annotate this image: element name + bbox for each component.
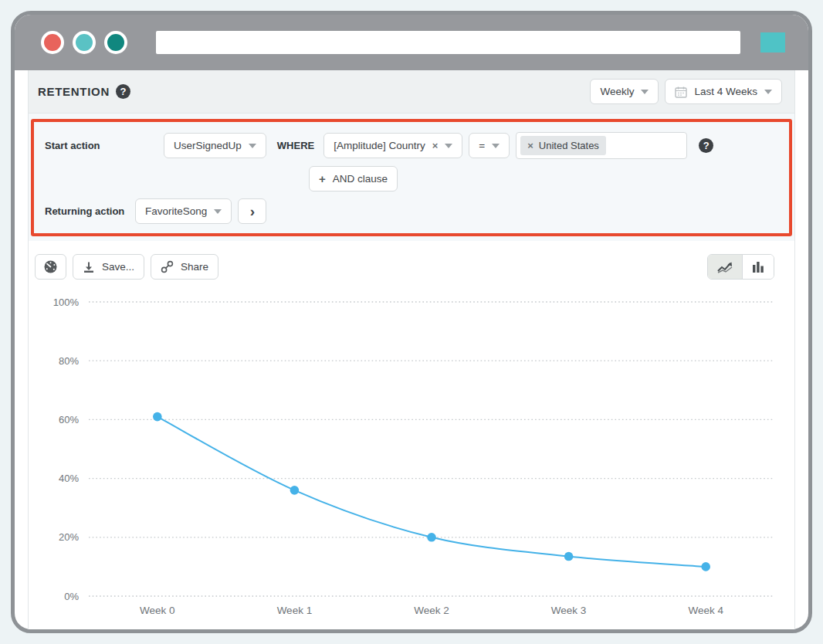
- share-button[interactable]: Share: [151, 254, 218, 280]
- svg-text:Week 1: Week 1: [277, 605, 313, 616]
- svg-text:0%: 0%: [64, 591, 79, 602]
- add-and-clause-button[interactable]: + AND clause: [309, 166, 398, 192]
- retention-line-chart: 0%20%40%60%80%100%Week 0Week 1Week 2Week…: [35, 289, 788, 629]
- operator-value: =: [479, 140, 485, 151]
- filter-panel: Start action UserSignedUp WHERE [Amplitu…: [29, 114, 794, 241]
- app-content: RETENTION ? Weekly: [28, 70, 795, 629]
- svg-text:80%: 80%: [59, 355, 79, 367]
- browser-chrome: [15, 15, 808, 70]
- returning-action-row: Returning action FavoriteSong ›: [45, 198, 778, 224]
- highlight-box: Start action UserSignedUp WHERE [Amplitu…: [31, 119, 792, 236]
- start-action-dropdown[interactable]: UserSignedUp: [164, 133, 266, 158]
- returning-action-label: Returning action: [45, 205, 135, 217]
- svg-text:Week 0: Week 0: [140, 605, 175, 616]
- filter-tag-label: United States: [539, 140, 599, 151]
- property-value: [Amplitude] Country: [334, 140, 425, 151]
- svg-text:20%: 20%: [59, 531, 79, 543]
- filter-value-tag: × United States: [520, 136, 606, 155]
- line-chart-toggle[interactable]: [708, 255, 743, 279]
- calendar-icon: [675, 86, 687, 98]
- date-range-dropdown[interactable]: Last 4 Weeks: [665, 79, 782, 104]
- chart-card: Save... Share: [29, 241, 794, 629]
- dashboard-gauge-icon: [43, 259, 58, 274]
- line-chart-icon: [717, 261, 733, 273]
- caret-down-icon: [214, 209, 222, 214]
- caret-down-icon: [249, 144, 256, 148]
- save-label: Save...: [102, 261, 134, 273]
- start-action-value: UserSignedUp: [174, 140, 242, 151]
- expand-button[interactable]: ›: [238, 198, 266, 224]
- svg-text:40%: 40%: [59, 473, 79, 484]
- share-label: Share: [181, 261, 208, 273]
- svg-text:60%: 60%: [59, 414, 79, 425]
- browser-action-button[interactable]: [760, 32, 785, 53]
- returning-action-value: FavoriteSong: [145, 205, 207, 217]
- svg-text:Week 3: Week 3: [551, 605, 587, 616]
- browser-window: RETENTION ? Weekly: [11, 11, 812, 633]
- bar-chart-toggle[interactable]: [743, 255, 774, 279]
- save-button[interactable]: Save...: [73, 254, 144, 280]
- header-controls: Weekly Last 4 Weeks: [590, 79, 782, 104]
- operator-dropdown[interactable]: =: [469, 133, 510, 158]
- link-icon: [161, 260, 174, 273]
- address-bar-input[interactable]: [156, 31, 740, 54]
- plus-icon: +: [319, 172, 326, 185]
- remove-icon[interactable]: ×: [432, 141, 439, 151]
- chart-type-toggle: [707, 254, 774, 280]
- download-icon: [83, 261, 95, 273]
- start-action-label: Start action: [45, 140, 164, 151]
- page-title: RETENTION: [38, 85, 110, 98]
- window-control-maximize[interactable]: [104, 31, 127, 54]
- period-dropdown[interactable]: Weekly: [590, 79, 659, 104]
- property-dropdown[interactable]: [Amplitude] Country ×: [323, 133, 462, 158]
- period-dropdown-label: Weekly: [600, 86, 634, 97]
- chart-toolbar: Save... Share: [35, 254, 788, 280]
- svg-text:100%: 100%: [53, 297, 80, 308]
- date-range-label: Last 4 Weeks: [694, 86, 757, 97]
- caret-down-icon: [445, 144, 452, 148]
- svg-text:Week 4: Week 4: [688, 605, 723, 616]
- svg-text:Week 2: Week 2: [414, 605, 449, 616]
- help-icon[interactable]: ?: [116, 84, 130, 99]
- bar-chart-icon: [752, 261, 764, 273]
- chevron-right-icon: ›: [250, 203, 255, 220]
- caret-down-icon: [641, 90, 649, 94]
- and-clause-label: AND clause: [333, 173, 388, 185]
- window-control-close[interactable]: [41, 31, 64, 54]
- retention-header: RETENTION ? Weekly: [29, 70, 794, 114]
- remove-icon[interactable]: ×: [527, 141, 533, 151]
- and-clause-row: + AND clause: [309, 166, 778, 192]
- help-icon[interactable]: ?: [699, 138, 713, 153]
- window-control-minimize[interactable]: [73, 31, 96, 54]
- add-to-dashboard-button[interactable]: [35, 254, 66, 280]
- where-label: WHERE: [277, 140, 314, 151]
- filter-value-input[interactable]: × United States: [516, 132, 687, 159]
- start-action-row: Start action UserSignedUp WHERE [Amplitu…: [45, 132, 778, 159]
- caret-down-icon: [764, 90, 772, 94]
- caret-down-icon: [492, 144, 500, 148]
- returning-action-dropdown[interactable]: FavoriteSong: [135, 198, 232, 224]
